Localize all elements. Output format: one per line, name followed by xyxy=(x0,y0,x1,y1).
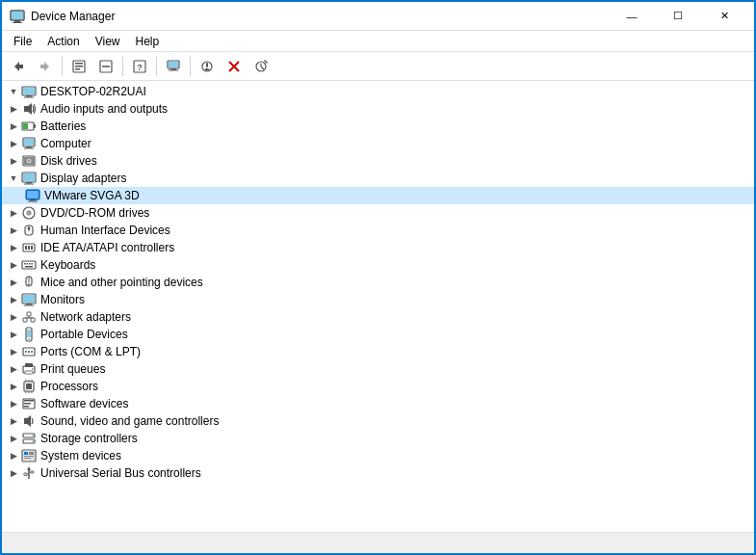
expand-icon[interactable]: ▶ xyxy=(6,292,21,307)
expand-icon[interactable]: ▶ xyxy=(6,327,21,342)
svg-rect-9 xyxy=(75,68,80,70)
list-item[interactable]: ▶ Processors xyxy=(2,378,754,395)
expand-icon[interactable]: ▶ xyxy=(6,309,21,325)
device-tree[interactable]: ▼ DESKTOP-02R2UAI ▶ xyxy=(2,81,754,532)
menu-help[interactable]: Help xyxy=(128,33,168,50)
list-item[interactable]: ▶ Audio inputs and outputs xyxy=(2,100,754,118)
list-item[interactable]: ▶ DVD/CD-ROM drives xyxy=(2,204,754,222)
list-item[interactable]: ▶ Universal Serial Bus controllers xyxy=(2,464,754,482)
battery-icon xyxy=(21,119,37,134)
list-item[interactable]: ▶ Sound, video and game controllers xyxy=(2,412,754,430)
item-label: Portable Devices xyxy=(40,328,128,341)
expand-icon[interactable]: ▶ xyxy=(6,344,21,359)
svg-rect-68 xyxy=(23,295,35,303)
expand-icon[interactable]: ▶ xyxy=(6,119,21,134)
close-button[interactable]: ✕ xyxy=(702,2,746,31)
help-button[interactable]: ? xyxy=(127,55,152,78)
expand-icon[interactable]: ▶ xyxy=(6,361,21,377)
expand-icon[interactable]: ▶ xyxy=(6,205,21,221)
menu-file[interactable]: File xyxy=(6,33,39,50)
svg-rect-97 xyxy=(24,400,34,402)
item-label: Monitors xyxy=(40,293,85,306)
mouse-icon xyxy=(21,275,37,290)
list-item[interactable]: ▶ Storage controllers xyxy=(2,430,754,447)
update-driver-button[interactable] xyxy=(195,55,220,78)
list-item[interactable]: ▶ IDE ATA/ATAPI controllers xyxy=(2,239,754,256)
list-item[interactable]: VMware SVGA 3D xyxy=(2,187,754,204)
expand-icon[interactable]: ▶ xyxy=(6,101,21,117)
tree-root[interactable]: ▼ DESKTOP-02R2UAI xyxy=(2,83,754,100)
expand-icon[interactable]: ▶ xyxy=(6,223,21,238)
sound-icon xyxy=(21,413,37,429)
svg-rect-30 xyxy=(34,124,36,128)
computer-button[interactable] xyxy=(161,55,186,78)
expand-icon[interactable]: ▶ xyxy=(6,448,21,463)
list-item[interactable]: ▼ Display adapters xyxy=(2,170,754,187)
toolbar-separator-2 xyxy=(122,57,123,76)
expand-icon[interactable]: ▶ xyxy=(6,465,21,481)
svg-rect-35 xyxy=(24,148,34,149)
expand-icon[interactable]: ▶ xyxy=(6,240,21,255)
back-button[interactable] xyxy=(6,55,31,78)
expand-icon[interactable]: ▶ xyxy=(6,396,21,411)
list-item[interactable]: ▶ System devices xyxy=(2,447,754,464)
display-icon xyxy=(21,171,37,186)
svg-rect-33 xyxy=(24,139,34,145)
list-item[interactable]: ▶ Network adapters xyxy=(2,308,754,326)
svg-rect-43 xyxy=(24,184,34,185)
item-label: Universal Serial Bus controllers xyxy=(40,466,201,480)
svg-marker-100 xyxy=(24,415,31,427)
svg-point-50 xyxy=(28,212,30,214)
list-item[interactable]: ▶ Keyboards xyxy=(2,256,754,274)
list-item[interactable]: ▶ Mice and other pointing devices xyxy=(2,274,754,291)
collapse-button[interactable] xyxy=(93,55,118,78)
list-item[interactable]: ▶ Batteries xyxy=(2,118,754,135)
svg-point-104 xyxy=(32,440,34,442)
uninstall-button[interactable] xyxy=(222,55,247,78)
system-icon xyxy=(21,448,37,463)
expand-icon[interactable]: ▶ xyxy=(6,275,21,290)
svg-marker-4 xyxy=(14,62,23,71)
list-item[interactable]: ▶ Computer xyxy=(2,135,754,152)
properties-button[interactable] xyxy=(66,55,91,78)
expand-icon[interactable]: ▼ xyxy=(6,171,21,186)
svg-rect-85 xyxy=(25,363,33,367)
item-label: Print queues xyxy=(40,362,105,376)
scan-button[interactable] xyxy=(248,55,274,78)
list-item[interactable]: ▶ Print queues xyxy=(2,360,754,378)
maximize-button[interactable]: ☐ xyxy=(656,2,700,31)
svg-rect-42 xyxy=(26,182,32,184)
list-item[interactable]: ▶ Portable Devices xyxy=(2,326,754,343)
ports-icon xyxy=(21,344,37,359)
forward-button[interactable] xyxy=(33,55,58,78)
menu-view[interactable]: View xyxy=(88,33,128,50)
svg-point-66 xyxy=(28,283,30,285)
svg-rect-78 xyxy=(27,330,31,337)
uninstall-icon xyxy=(227,60,241,73)
svg-rect-31 xyxy=(23,123,28,129)
list-item[interactable]: ▶ Disk drives xyxy=(2,152,754,170)
expand-icon[interactable]: ▶ xyxy=(6,379,21,394)
svg-rect-46 xyxy=(30,199,36,201)
list-item[interactable]: ▶ Human Interface Devices xyxy=(2,222,754,239)
svg-point-39 xyxy=(28,160,30,162)
list-item[interactable]: ▶ Monitors xyxy=(2,291,754,308)
item-label: Network adapters xyxy=(40,310,131,324)
list-item[interactable]: ▶ Software devices xyxy=(2,395,754,412)
expand-icon[interactable]: ▶ xyxy=(6,136,21,151)
status-bar xyxy=(2,532,754,553)
expand-icon[interactable]: ▶ xyxy=(6,413,21,429)
svg-rect-58 xyxy=(22,261,36,269)
expand-icon[interactable]: ▶ xyxy=(6,257,21,273)
item-label: Human Interface Devices xyxy=(40,224,170,237)
minimize-button[interactable]: — xyxy=(610,2,654,31)
svg-rect-73 xyxy=(27,312,31,316)
list-item[interactable]: ▶ Ports (COM & LPT) xyxy=(2,343,754,360)
expand-icon[interactable]: ▶ xyxy=(6,153,21,169)
svg-point-87 xyxy=(32,368,34,370)
item-label: Storage controllers xyxy=(40,432,138,445)
svg-rect-70 xyxy=(24,305,34,306)
menu-action[interactable]: Action xyxy=(39,33,87,50)
expand-icon[interactable]: ▶ xyxy=(6,431,21,446)
root-expand-icon[interactable]: ▼ xyxy=(6,84,21,99)
